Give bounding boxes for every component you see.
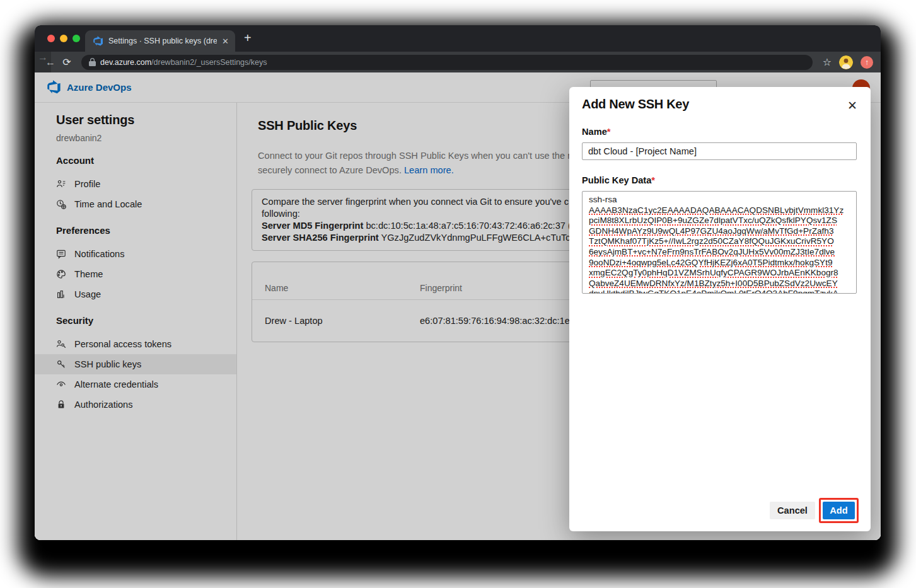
- browser-tab-active[interactable]: Settings · SSH public keys (dre ✕: [85, 30, 235, 52]
- modal-footer: Cancel Add: [770, 498, 859, 523]
- browser-tab-strip: Settings · SSH public keys (dre ✕ +: [35, 25, 881, 52]
- close-icon[interactable]: ✕: [847, 98, 857, 113]
- browser-window: Settings · SSH public keys (dre ✕ + ← → …: [35, 25, 881, 540]
- address-bar[interactable]: dev.azure.com/drewbanin2/_usersSettings/…: [81, 55, 813, 70]
- azure-devops-favicon: [93, 36, 103, 46]
- key-line: 6eysAjmBT+vc+N7eFrn9nsTrFABOv2qJUHx5Vv00…: [589, 247, 850, 258]
- browser-update-icon[interactable]: ↑: [861, 56, 873, 69]
- cancel-button[interactable]: Cancel: [770, 502, 815, 519]
- modal-title: Add New SSH Key: [582, 87, 858, 112]
- bookmark-star-icon[interactable]: ☆: [823, 56, 832, 68]
- browser-toolbar: ← → ⟳ dev.azure.com/drewbanin2/_usersSet…: [35, 52, 881, 72]
- page-viewport: Azure DevOps User settings drewbanin2 Ac…: [35, 72, 881, 540]
- click-target-highlight: Add: [819, 498, 859, 523]
- reload-icon[interactable]: ⟳: [59, 56, 75, 68]
- name-input[interactable]: [582, 142, 857, 160]
- key-line: pciM8t8XLrbUzQIP0B+9uZGZe7dlpatVTxc/uQZk…: [589, 216, 850, 226]
- url-text: dev.azure.com/drewbanin2/_usersSettings/…: [100, 58, 267, 67]
- key-line: AAAAB3NzaC1yc2EAAAADAQABAAACAQDSNBLvbjtV…: [589, 205, 850, 216]
- required-asterisk: *: [607, 127, 611, 137]
- public-key-textarea[interactable]: ssh-rsa AAAAB3NzaC1yc2EAAAADAQABAAACAQDS…: [582, 191, 857, 294]
- required-asterisk: *: [651, 175, 655, 185]
- close-window-button[interactable]: [47, 35, 55, 42]
- key-line: 9ooNDzi+4oqwpg5eLc42GQYfHjKEZj6xA0T5Pidt…: [589, 258, 850, 268]
- minimize-window-button[interactable]: [60, 35, 67, 42]
- browser-profile-avatar[interactable]: [839, 55, 853, 69]
- macos-traffic-lights: [47, 35, 80, 42]
- key-line: xmgEC2QgTy0phHqD1VZMSrhUqfyCPAGR9WOJrbAE…: [589, 268, 850, 279]
- forward-icon[interactable]: →: [35, 52, 51, 72]
- zoom-window-button[interactable]: [72, 35, 80, 42]
- public-key-field-label: Public Key Data*: [582, 175, 858, 185]
- screenshot-stage: Settings · SSH public keys (dre ✕ + ← → …: [0, 0, 916, 588]
- key-line: ssh-rsa: [589, 195, 850, 205]
- new-tab-button[interactable]: +: [244, 31, 252, 45]
- tab-title: Settings · SSH public keys (dre: [108, 37, 217, 45]
- url-domain: dev.azure.com: [100, 58, 151, 67]
- add-button[interactable]: Add: [823, 502, 855, 519]
- key-line: GDNH4WpAYz9U9wQL4P97GZU4aoJgqWw/aMvTfGd+…: [589, 226, 850, 237]
- name-field-label: Name*: [582, 127, 858, 137]
- key-line: TztQMKhaf07TjKz5+//IwL2rgz2d50CZaY8fQQuJ…: [589, 236, 850, 247]
- url-path: /drewbanin2/_usersSettings/keys: [151, 58, 267, 67]
- tab-close-icon[interactable]: ✕: [222, 37, 229, 45]
- add-ssh-key-modal: Add New SSH Key ✕ Name* Public Key Data*…: [569, 87, 871, 531]
- key-line: dnvHkthdjlBJtwGqTKQ1nE4oPmjkQmL0tErQ4Q3A…: [589, 289, 850, 294]
- lock-icon: [89, 58, 96, 66]
- key-line: QabveZ4UEMwDRNfxYz/M1BZtyz5h+I00D5BPubZS…: [589, 279, 850, 289]
